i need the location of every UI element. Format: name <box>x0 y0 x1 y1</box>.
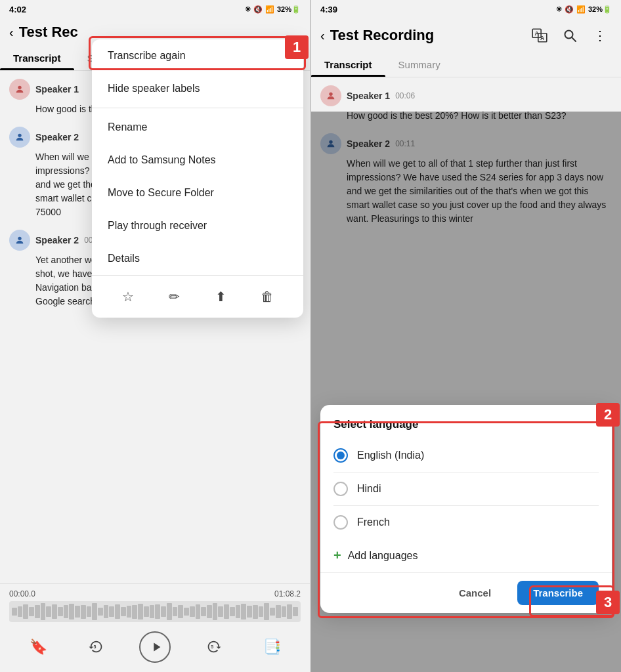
play-button[interactable] <box>139 631 171 663</box>
left-status-icons: ✳ 🔇 📶 32%🔋 <box>245 5 301 14</box>
transcribe-button[interactable]: Transcribe <box>517 581 599 605</box>
badge-1: 1 <box>285 35 309 59</box>
share-icon-btn[interactable]: ⬆ <box>209 285 232 308</box>
right-battery-icon: 32%🔋 <box>588 5 612 14</box>
dropdown-rename[interactable]: Rename <box>92 111 303 144</box>
right-tab-transcript[interactable]: Transcript <box>311 52 385 77</box>
more-options-btn[interactable]: ⋮ <box>588 24 612 47</box>
left-player-time-row: 00:00.0 01:08.2 <box>9 589 301 598</box>
plus-icon: + <box>333 548 341 563</box>
add-languages-row[interactable]: + Add languages <box>320 539 612 572</box>
lang-option-hindi[interactable]: Hindi <box>320 472 612 505</box>
right-bluetooth-icon: ✳ <box>556 5 562 14</box>
right-back-button[interactable]: ‹ <box>320 28 325 43</box>
badge-2: 2 <box>596 403 620 427</box>
forward-5-button[interactable]: 5 <box>200 633 228 662</box>
bluetooth-icon: ✳ <box>245 5 251 14</box>
speaker-2b-avatar <box>9 230 30 251</box>
right-panel: 4:39 ✳ 🔇 📶 32%🔋 ‹ Test Recording AA ⋮ Tr… <box>311 0 621 672</box>
dialog-actions: Cancel Transcribe <box>320 572 612 613</box>
right-time: 4:39 <box>320 5 337 14</box>
right-speaker-header-1: Speaker 1 00:06 <box>320 85 612 106</box>
radio-inner-english <box>337 452 345 459</box>
radio-english[interactable] <box>333 448 348 463</box>
left-player-controls: 🔖 5 5 📑 <box>9 627 301 667</box>
right-header: ‹ Test Recording AA ⋮ <box>311 18 621 52</box>
rewind-5-button[interactable]: 5 <box>81 633 110 662</box>
dropdown-hide-speaker-labels[interactable]: Hide speaker labels <box>92 72 303 105</box>
svg-point-11 <box>329 93 332 96</box>
svg-text:5: 5 <box>211 644 213 649</box>
dropdown-move-secure-folder[interactable]: Move to Secure Folder <box>92 177 303 209</box>
dropdown-menu: Transcribe again Hide speaker labels Ren… <box>92 39 303 318</box>
radio-french[interactable] <box>333 515 348 530</box>
svg-point-2 <box>18 237 21 240</box>
left-time: 4:02 <box>9 5 26 14</box>
speaker-2-avatar <box>9 127 30 148</box>
battery-icon: 32%🔋 <box>277 5 301 14</box>
right-tabs-bar: Transcript Summary <box>311 52 621 77</box>
dropdown-play-through-receiver[interactable]: Play through receiver <box>92 209 303 242</box>
right-volume-icon: 🔇 <box>565 5 574 14</box>
wifi-icon: 📶 <box>265 5 274 14</box>
player-time-end: 01:08.2 <box>274 589 301 598</box>
translate-icon-btn[interactable]: AA <box>528 24 551 47</box>
right-wifi-icon: 📶 <box>576 5 586 14</box>
svg-line-10 <box>572 37 576 41</box>
left-waveform[interactable] <box>9 601 301 622</box>
left-status-bar: 4:02 ✳ 🔇 📶 32%🔋 <box>0 0 310 18</box>
dropdown-icon-row: ☆ ✏ ⬆ 🗑 <box>92 275 303 318</box>
lang-label-french: French <box>357 516 390 528</box>
dropdown-details[interactable]: Details <box>92 242 303 275</box>
right-speaker-1-name: Speaker 1 <box>347 91 390 101</box>
add-bookmark-button[interactable]: 📑 <box>257 633 286 662</box>
right-status-icons: ✳ 🔇 📶 32%🔋 <box>556 5 612 14</box>
search-icon-btn[interactable] <box>558 24 582 47</box>
cancel-button[interactable]: Cancel <box>443 581 507 605</box>
lang-option-french[interactable]: French <box>320 506 612 539</box>
svg-text:5: 5 <box>94 644 96 649</box>
left-player-bar: 00:00.0 01:08.2 <box>0 583 310 672</box>
right-speaker-1-time: 00:06 <box>395 91 415 100</box>
speaker-1-avatar <box>9 79 30 100</box>
volume-icon: 🔇 <box>253 5 263 14</box>
svg-point-1 <box>18 134 21 137</box>
lang-dialog: Select language English (India) Hindi Fr… <box>320 405 612 613</box>
delete-icon-btn[interactable]: 🗑 <box>255 285 279 308</box>
add-lang-label: Add languages <box>348 550 418 562</box>
edit-icon-btn[interactable]: ✏ <box>163 285 186 308</box>
lang-dialog-title: Select language <box>320 418 612 439</box>
speaker-1-name: Speaker 1 <box>35 84 79 94</box>
lang-option-english[interactable]: English (India) <box>320 439 612 472</box>
speaker-2b-name: Speaker 2 <box>35 235 79 245</box>
badge-3: 3 <box>596 591 620 614</box>
svg-point-0 <box>18 86 21 89</box>
player-time-start: 00:00.0 <box>9 589 35 598</box>
dropdown-transcribe-again[interactable]: Transcribe again <box>92 39 303 72</box>
right-header-icons: AA ⋮ <box>528 24 612 47</box>
lang-label-hindi: Hindi <box>357 483 381 495</box>
right-speaker-1-avatar <box>320 85 341 106</box>
star-icon-btn[interactable]: ☆ <box>116 285 140 308</box>
right-status-bar: 4:39 ✳ 🔇 📶 32%🔋 <box>311 0 621 18</box>
right-tab-summary[interactable]: Summary <box>385 52 454 77</box>
left-page-title: Test Rec <box>19 24 301 41</box>
bookmark-button[interactable]: 🔖 <box>24 633 53 662</box>
right-page-title: Test Recording <box>330 27 523 44</box>
left-back-button[interactable]: ‹ <box>9 25 14 40</box>
svg-text:A: A <box>540 35 545 41</box>
left-tab-transcript[interactable]: Transcript <box>0 46 74 70</box>
speaker-2-name: Speaker 2 <box>35 132 79 142</box>
lang-label-english: English (India) <box>357 450 424 461</box>
radio-hindi[interactable] <box>333 482 348 496</box>
left-panel: 4:02 ✳ 🔇 📶 32%🔋 ‹ Test Rec Transcript Su… <box>0 0 310 672</box>
dropdown-add-samsung-notes[interactable]: Add to Samsung Notes <box>92 144 303 177</box>
